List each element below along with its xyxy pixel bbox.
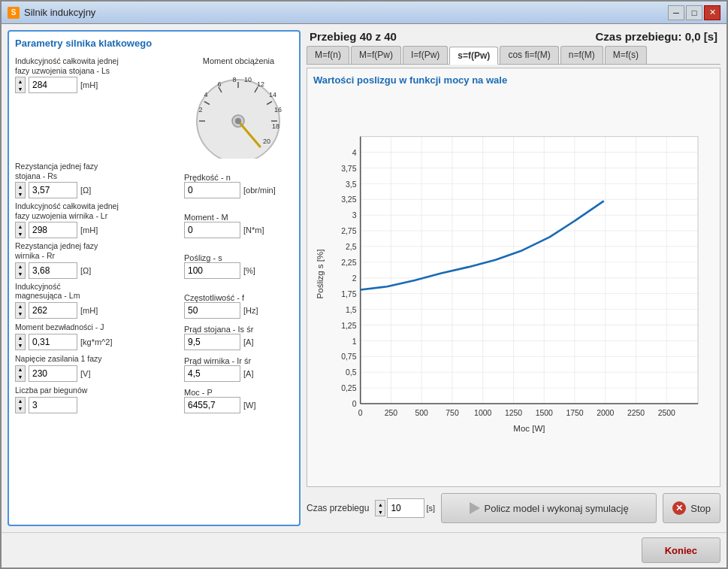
readout-p-input[interactable] <box>184 397 240 413</box>
svg-text:8: 8 <box>232 76 236 83</box>
czas-input[interactable] <box>387 498 424 518</box>
tab-nfm[interactable]: n=f(M) <box>560 46 603 64</box>
tab-cosfi[interactable]: cos fi=f(M) <box>500 46 558 64</box>
param-rs-input[interactable] <box>29 182 77 198</box>
readout-n-label: Prędkość - n <box>184 173 293 182</box>
readout-f-row: [Hz] <box>184 302 293 319</box>
readout-ir-input[interactable] <box>184 365 240 382</box>
gauge-label: Moment obciążenia <box>203 56 274 65</box>
param-rr-unit: [Ω] <box>80 266 91 275</box>
param-rs-up[interactable]: ▲ <box>15 182 26 190</box>
readout-s-unit: [%] <box>243 266 255 275</box>
play-icon <box>470 502 480 514</box>
readout-ir-section: Prąd wirnika - Ir śr [A] <box>184 353 293 382</box>
param-j-down[interactable]: ▼ <box>15 342 26 350</box>
koniec-button[interactable]: Koniec <box>642 537 720 563</box>
svg-text:3,25: 3,25 <box>341 195 357 204</box>
tab-ifpw[interactable]: I=f(Pw) <box>403 46 448 64</box>
svg-point-20 <box>235 118 241 124</box>
close-button[interactable]: ✕ <box>704 5 720 20</box>
param-lm: Indukcyjnośćmagnesująca - Lm ▲ ▼ [mH] <box>15 282 178 319</box>
svg-text:20: 20 <box>263 138 270 145</box>
param-rs-spinner: ▲ ▼ <box>15 182 26 198</box>
czas-up[interactable]: ▲ <box>375 500 385 508</box>
svg-text:1,5: 1,5 <box>346 306 357 314</box>
param-rr-down[interactable]: ▼ <box>15 271 26 279</box>
svg-text:2: 2 <box>198 106 202 113</box>
param-poles-up[interactable]: ▲ <box>15 397 26 405</box>
param-lr-up[interactable]: ▲ <box>15 222 26 230</box>
param-ls-up[interactable]: ▲ <box>15 77 26 85</box>
param-rr-input[interactable] <box>29 262 77 279</box>
svg-text:14: 14 <box>269 91 276 98</box>
svg-text:3: 3 <box>352 211 357 219</box>
param-lm-input[interactable] <box>29 302 77 319</box>
readout-f-input[interactable] <box>184 302 240 319</box>
param-rs-down[interactable]: ▼ <box>15 190 26 198</box>
footer-row: Koniec <box>2 532 726 567</box>
readout-n-section: Prędkość - n [obr/min] <box>184 170 293 198</box>
svg-text:0: 0 <box>358 409 363 417</box>
svg-text:2,75: 2,75 <box>341 227 357 235</box>
param-rr-up[interactable]: ▲ <box>15 262 26 271</box>
param-poles-input[interactable] <box>29 397 77 413</box>
czas-down[interactable]: ▼ <box>375 508 385 516</box>
czas-spinner: ▲ ▼ <box>375 500 385 516</box>
svg-text:4: 4 <box>204 91 207 98</box>
readout-f-section: Częstotliwość - f [Hz] <box>184 290 293 319</box>
readout-m-input[interactable] <box>184 222 240 238</box>
progress-text: Przebieg 40 z 40 <box>310 30 397 43</box>
svg-text:1250: 1250 <box>505 409 522 417</box>
param-ls-down[interactable]: ▼ <box>15 85 26 93</box>
param-lr-unit: [mH] <box>80 225 98 235</box>
readout-m-label: Moment - M <box>184 213 293 222</box>
svg-text:2: 2 <box>352 274 357 283</box>
stop-label: Stop <box>690 503 711 514</box>
param-v-up[interactable]: ▲ <box>15 365 26 374</box>
main-window: S Silnik indukcyjny ─ □ ✕ Parametry siln… <box>0 0 728 569</box>
readout-n-row: [obr/min] <box>184 182 293 198</box>
window-title: Silnik indukcyjny <box>24 7 95 18</box>
readout-s-input[interactable] <box>184 262 240 279</box>
stop-button[interactable]: ✕ Stop <box>663 493 720 523</box>
tab-mfs[interactable]: M=f(s) <box>605 46 647 64</box>
minimize-button[interactable]: ─ <box>668 5 684 20</box>
param-lm-up[interactable]: ▲ <box>15 302 26 310</box>
param-v-down[interactable]: ▼ <box>15 374 26 382</box>
param-v: Napięcie zasilania 1 fazy ▲ ▼ [V] <box>15 354 178 382</box>
readout-is-input[interactable] <box>184 334 240 350</box>
param-rr-spinner: ▲ ▼ <box>15 262 26 279</box>
param-v-input[interactable] <box>29 365 77 382</box>
param-lr-spinner: ▲ ▼ <box>15 222 26 238</box>
gauge-section: Moment obciążenia <box>184 56 293 159</box>
tab-sfpw[interactable]: s=f(Pw) <box>449 47 498 65</box>
param-lm-down[interactable]: ▼ <box>15 310 26 319</box>
left-panel-title: Parametry silnika klatkowego <box>15 38 293 49</box>
param-lr-down[interactable]: ▼ <box>15 230 26 238</box>
tab-mfpw[interactable]: M=f(Pw) <box>351 46 401 64</box>
readout-p-unit: [W] <box>243 401 256 410</box>
simulate-button[interactable]: Policz model i wykonaj symulację <box>441 493 657 523</box>
param-ls-unit: [mH] <box>80 80 98 89</box>
svg-text:1750: 1750 <box>566 409 583 417</box>
param-v-unit: [V] <box>80 369 90 378</box>
readout-p-row: [W] <box>184 397 293 413</box>
param-poles-down[interactable]: ▼ <box>15 405 26 413</box>
param-poles-spinner: ▲ ▼ <box>15 397 26 413</box>
param-lr-input[interactable] <box>29 222 77 238</box>
param-poles: Liczba par biegunów ▲ ▼ <box>15 386 178 413</box>
param-lm-spinner: ▲ ▼ <box>15 302 26 319</box>
svg-text:3,5: 3,5 <box>346 180 357 189</box>
svg-text:1: 1 <box>352 337 357 346</box>
tab-mfn[interactable]: M=f(n) <box>307 46 349 64</box>
param-lr-label: Indukcyjność całkowita jednejfazy uzwoje… <box>15 201 178 220</box>
param-ls-input[interactable] <box>29 77 77 93</box>
right-panel: Przebieg 40 z 40 Czas przebiegu: 0,0 [s]… <box>307 30 720 526</box>
param-j-label: Moment bezwładności - J <box>15 322 178 332</box>
readout-f-label: Częstotliwość - f <box>184 293 293 302</box>
readout-n-input[interactable] <box>184 182 240 198</box>
maximize-button[interactable]: □ <box>686 5 702 20</box>
param-j-input[interactable] <box>29 334 77 350</box>
param-j-up[interactable]: ▲ <box>15 334 26 342</box>
svg-text:18: 18 <box>272 123 279 130</box>
